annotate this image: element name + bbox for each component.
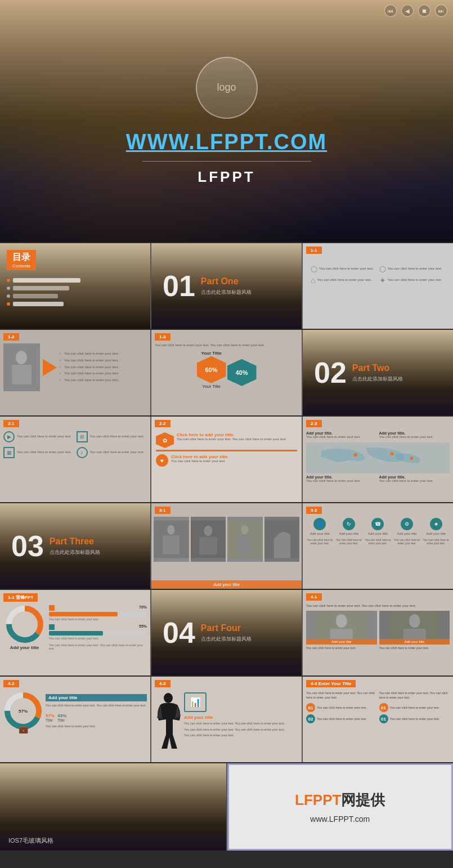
col-21-left: ▶ You can click here to enter your text.… — [3, 431, 74, 458]
contents-slide: 目录 Contents — [0, 243, 150, 329]
slide-43-tag: 4-3 — [155, 680, 171, 687]
pbar-33-1: 70% You can click here to enter your tex… — [49, 605, 147, 621]
pct-42-2: 43% — [57, 713, 66, 718]
slide-33-tag: 3-3 雷锋PPT — [3, 593, 38, 602]
chart-icon-43: 📊 — [184, 692, 207, 712]
bottom-left-slide: IOS7毛玻璃风格 — [0, 763, 226, 851]
icons-5-row: 👤 Add your title You can click here to e… — [306, 518, 450, 545]
slide-23-bottom-titles: Add your title. You can click here to en… — [306, 475, 450, 484]
icon-item-4: ✦ You can click here to enter your text. — [379, 276, 446, 285]
nav-next-button[interactable]: ⏭ — [435, 5, 447, 17]
donut-42: 57% 💼 — [3, 691, 43, 731]
svg-point-4 — [391, 452, 394, 455]
photo-31-2 — [191, 517, 226, 562]
slide-11-tag: 1-1 — [306, 247, 322, 254]
part-two-name: Part Two — [352, 363, 403, 373]
col-44-left: You can click here to enter your text. Y… — [306, 691, 377, 723]
line-bar-1 — [13, 278, 80, 283]
slide-13: 1-3 You can click here to enter your tex… — [151, 330, 302, 415]
slide-21: 2-1 ▶ You can click here to enter your t… — [0, 417, 150, 502]
settings-icon: ⚙ — [401, 518, 413, 530]
svg-point-5 — [410, 457, 414, 460]
dot-3 — [7, 294, 10, 298]
contents-line-3 — [7, 294, 143, 298]
slide-11: 1-1 ⬠ You can click here to enter your t… — [303, 243, 453, 329]
row-21-4: ♪ You can click here to enter your text. — [77, 447, 147, 458]
photo-31-3 — [227, 517, 263, 562]
slide-11-grid: ⬠ You can click here to enter your text.… — [307, 261, 448, 288]
slide-22-bottom: ♥ Click here to add your title. You can … — [156, 454, 297, 467]
nav-stop-button[interactable]: ⏹ — [418, 5, 430, 17]
bottom-left-text: IOS7毛玻璃风格 — [8, 836, 53, 845]
nav-back-button[interactable]: ◀ — [401, 5, 414, 17]
part-three-info: Part Three 点击此处添加标题风格 — [50, 536, 100, 556]
col-11-2: ⬡ You can click here to enter your text.… — [379, 265, 446, 285]
row-21-3: ⊞ You can click here to enter your text. — [77, 431, 147, 442]
hex-orange-group: Your Title 60% Your Title — [197, 351, 226, 389]
part-one-name: Part One — [201, 276, 252, 287]
part-four-subtitle: 点击此处添加标题风格 — [201, 636, 252, 643]
slide-32: 3-2 👤 Add your title You can click here … — [303, 503, 453, 589]
part-two-info: Part Two 点击此处添加标题风格 — [352, 363, 403, 383]
slide-33: 3-3 雷锋PPT Add your title — [0, 590, 150, 675]
hex-group: Your Title 60% Your Title 40% — [155, 351, 298, 389]
line-bar-2 — [13, 286, 69, 290]
refresh-icon: ↻ — [343, 518, 355, 530]
row-21-1: ▶ You can click here to enter your text. — [3, 431, 74, 442]
slide-33-content: Add your title 70% You can click here to… — [0, 601, 150, 654]
title-23-1: Add your title. — [306, 431, 377, 435]
part-four-info: Part Four 点击此处添加标题风格 — [201, 623, 252, 643]
slide-22-top: ✿ Click here to add your title. You can … — [156, 432, 297, 448]
hero-slide: logo WWW.LFPPT.COM LFPPT — [0, 0, 453, 242]
headphone-icon: ♪ — [77, 447, 88, 458]
svg-rect-8 — [163, 535, 180, 554]
line-bar-3 — [13, 294, 58, 298]
donut-center-42: 57% — [19, 709, 28, 714]
slide-32-content: 👤 Add your title You can click here to e… — [303, 514, 453, 548]
slide-23-titles: Add your title. You can click here to en… — [306, 431, 450, 440]
hex-orange-shape: 60% — [197, 356, 226, 383]
person-figure-43 — [156, 692, 181, 751]
film-icon: ▦ — [3, 447, 15, 458]
contents-line-4 — [7, 302, 143, 306]
nav-prev-button[interactable]: ⏮ — [384, 5, 397, 17]
icon-item-3: ⬡ You can click here to enter your text. — [379, 265, 446, 274]
slide-23-tag: 2-3 — [306, 420, 322, 427]
slide-22-content: ✿ Click here to add your title. You can … — [151, 428, 302, 471]
slide-row-6: 4-2 57% 💼 — [0, 677, 453, 762]
part-four-number: 04 — [163, 618, 195, 647]
pbar-33-fill2 — [49, 631, 103, 636]
part-two-number: 02 — [314, 358, 347, 387]
slide-13-content: You can click here to enter your text. Y… — [151, 340, 302, 392]
title-23-3: Add your title. — [306, 475, 377, 479]
svg-point-13 — [241, 525, 248, 535]
icon-item-2: ⌂ You can click here to enter your text. — [311, 276, 377, 285]
photo-row-31 — [151, 514, 302, 564]
slide-43-text-area: 📊 Add your title You can click here to e… — [184, 692, 297, 738]
slide-12-content: You can click here to enter your text. Y… — [0, 340, 150, 395]
slide-21-content: ▶ You can click here to enter your text.… — [0, 428, 150, 462]
slide-12-bullets: You can click here to enter your text. Y… — [60, 352, 119, 383]
svg-point-28 — [164, 693, 173, 703]
icon-col-32-5: ★ Add your title You can click here to e… — [422, 518, 450, 545]
briefcase-icon-42: 💼 — [19, 724, 28, 733]
dot-4 — [7, 302, 10, 306]
part-three-name: Part Three — [50, 536, 100, 547]
num-badge-02-right: 01 — [379, 714, 388, 723]
slide-42-content: 57% 💼 Add your title You can click here … — [0, 688, 150, 734]
play-arrow-icon — [43, 359, 57, 376]
play-circle-icon: ▶ — [3, 431, 15, 442]
num-badge-01-right: 01 — [379, 703, 388, 712]
slide-row-3: 2-1 ▶ You can click here to enter your t… — [0, 417, 453, 502]
hero-divider — [142, 161, 311, 162]
bottom-brand: LFPPT网提供 — [295, 790, 385, 810]
slide-12-image — [3, 343, 40, 391]
contents-line-1 — [7, 278, 143, 283]
slide-42: 4-2 57% 💼 — [0, 677, 150, 762]
donut-chart-33 — [5, 605, 44, 644]
hex-teal-group: 40% — [227, 359, 257, 389]
text-41-row: You can click here to enter your text. Y… — [306, 646, 450, 650]
slide-31-tag: 3-1 — [155, 507, 171, 514]
donut-title-33: Add your title — [10, 645, 39, 650]
donut-area-33: Add your title — [3, 605, 46, 650]
